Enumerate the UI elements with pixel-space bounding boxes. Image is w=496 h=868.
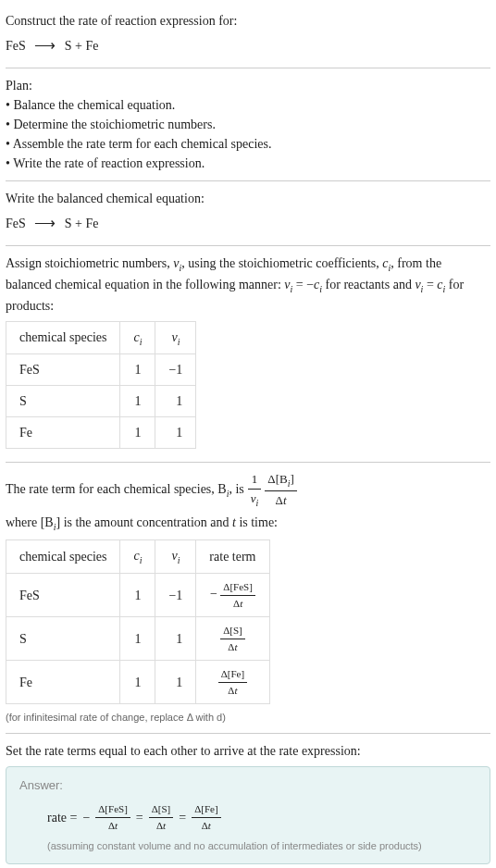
cell-nu: 1: [155, 417, 196, 449]
sign: −: [210, 587, 217, 601]
delta: Δ: [202, 820, 208, 831]
product1: S: [65, 39, 72, 53]
frac-dB-dt: Δ[Bi] Δt: [265, 470, 297, 509]
text: ]: [291, 472, 294, 486]
frac: Δ[FeS] Δt: [220, 579, 255, 611]
th-species: chemical species: [6, 321, 120, 354]
eq: =: [136, 808, 143, 827]
t: t: [115, 820, 118, 831]
cell-rate: Δ[Fe] Δt: [196, 661, 269, 704]
den: Δt: [220, 639, 245, 655]
assign-section: Assign stoichiometric numbers, νi, using…: [6, 246, 490, 463]
product2: Fe: [86, 39, 99, 53]
plus: +: [75, 217, 85, 230]
rate-table: chemical species ci νi rate term FeS 1 −…: [6, 539, 270, 704]
balanced-text: Write the balanced chemical equation:: [6, 189, 490, 208]
final-section: Set the rate terms equal to each other t…: [6, 734, 490, 868]
t: t: [240, 598, 242, 609]
th-nu: νi: [155, 540, 196, 574]
text: ] is the amount concentration and: [56, 515, 232, 529]
text: for reactants and: [322, 278, 415, 291]
cell-species: Fe: [6, 417, 120, 449]
cell-c: 1: [120, 574, 155, 617]
den: Δt: [220, 596, 255, 612]
table-header-row: chemical species ci νi: [6, 321, 196, 354]
t: t: [234, 641, 237, 652]
t: t: [163, 820, 166, 831]
arrow-icon: [34, 34, 56, 56]
cell-species: Fe: [6, 661, 120, 704]
text: , is: [229, 482, 243, 496]
rate-text: rate =: [47, 808, 77, 827]
neg: −: [82, 808, 90, 827]
cell-nu: 1: [155, 386, 196, 417]
den: Δt: [95, 818, 130, 834]
t: t: [283, 493, 287, 507]
plan-item: • Write the rate of reaction expression.: [6, 154, 490, 173]
sub: i: [178, 555, 180, 565]
reactant: FeS: [6, 39, 26, 53]
eq: =: [179, 808, 186, 827]
text-wrap: where [Bi] is the amount concentration a…: [6, 513, 278, 534]
assign-text: Assign stoichiometric numbers, νi, using…: [6, 254, 490, 316]
num: Δ[Fe]: [192, 801, 220, 818]
final-text: Set the rate terms equal to each other t…: [6, 741, 490, 761]
den: Δt: [192, 818, 220, 834]
text: Δ[B: [267, 472, 287, 486]
num: Δ[FeS]: [95, 801, 130, 818]
answer-note: (assuming constant volume and no accumul…: [19, 838, 477, 854]
cell-rate: − Δ[FeS] Δt: [196, 574, 269, 617]
th-nu: νi: [155, 321, 196, 354]
num: 1: [248, 470, 262, 490]
cell-nu: −1: [155, 354, 196, 386]
table-header-row: chemical species ci νi rate term: [6, 540, 270, 574]
plan-item: • Assemble the rate term for each chemic…: [6, 134, 490, 154]
num: Δ[S]: [149, 801, 174, 818]
product2: Fe: [86, 217, 99, 230]
intro-section: Construct the rate of reaction expressio…: [6, 4, 490, 68]
cell-rate: Δ[S] Δt: [196, 617, 269, 661]
sub: i: [178, 336, 180, 346]
frac-s: Δ[S] Δt: [149, 801, 174, 833]
frac-1-over-nu: 1 νi: [248, 470, 262, 509]
den: νi: [248, 490, 262, 510]
delta: Δ: [276, 493, 283, 507]
reactant: FeS: [6, 217, 26, 230]
table-note: (for infinitesimal rate of change, repla…: [6, 710, 490, 725]
balanced-section: Write the balanced chemical equation: Fe…: [6, 181, 490, 246]
text: , using the stoichiometric coefficients,: [181, 256, 382, 270]
num: Δ[FeS]: [220, 579, 255, 596]
text: is time:: [236, 515, 278, 529]
cell-nu: 1: [155, 661, 196, 704]
cell-c: 1: [120, 617, 155, 661]
text: where [B: [6, 515, 54, 529]
table-row: S 1 1: [6, 386, 196, 417]
delta: Δ: [156, 820, 163, 831]
frac-fes: Δ[FeS] Δt: [95, 801, 130, 833]
cell-nu: 1: [155, 617, 196, 661]
eq: =: [423, 278, 437, 291]
frac-fe: Δ[Fe] Δt: [192, 801, 220, 833]
cell-c: 1: [120, 386, 155, 417]
text: The rate term for each chemical species,…: [6, 482, 227, 496]
sub: i: [256, 497, 259, 507]
cell-c: 1: [120, 661, 155, 704]
rateterm-section: The rate term for each chemical species,…: [6, 463, 490, 733]
stoich-table: chemical species ci νi FeS 1 −1 S 1 1 Fe…: [6, 321, 196, 450]
sub: i: [140, 336, 143, 346]
answer-box: Answer: rate = − Δ[FeS] Δt = Δ[S] Δt = Δ…: [6, 766, 490, 864]
num: Δ[S]: [220, 623, 245, 639]
den: Δt: [265, 491, 297, 510]
table-row: Fe 1 1 Δ[Fe] Δt: [6, 661, 270, 704]
intro-equation: FeS S + Fe: [6, 31, 490, 60]
rate-expression: rate = − Δ[FeS] Δt = Δ[S] Δt = Δ[Fe] Δt: [19, 801, 477, 833]
answer-label: Answer:: [19, 776, 477, 795]
table-row: FeS 1 −1 − Δ[FeS] Δt: [6, 574, 270, 617]
den: Δt: [149, 818, 174, 834]
rateterm-text: The rate term for each chemical species,…: [6, 470, 490, 534]
cell-species: S: [6, 386, 120, 417]
cell-species: FeS: [6, 574, 120, 617]
cell-c: 1: [120, 417, 155, 449]
th-rate: rate term: [196, 540, 269, 574]
plan-item: • Determine the stoichiometric numbers.: [6, 115, 490, 134]
